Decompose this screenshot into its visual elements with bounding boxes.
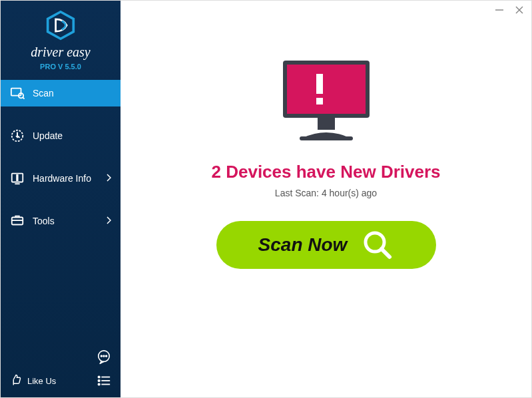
svg-point-16: [101, 355, 102, 357]
sidebar-item-update[interactable]: Update: [1, 122, 121, 149]
sidebar-item-label: Scan: [33, 88, 54, 99]
hardware-icon: i: [10, 171, 25, 186]
sidebar-item-label: Hardware Info: [33, 173, 91, 184]
chat-icon: [97, 349, 111, 364]
monitor-alert-icon: [276, 57, 376, 143]
svg-rect-27: [316, 74, 323, 94]
svg-text:i: i: [17, 174, 19, 182]
status-headline: 2 Devices have New Drivers: [212, 162, 441, 182]
tools-icon: [10, 214, 25, 228]
feedback-button[interactable]: [97, 349, 111, 364]
svg-rect-29: [318, 118, 335, 130]
status-substatus: Last Scan: 4 hour(s) ago: [275, 188, 377, 198]
menu-list-icon: [97, 373, 111, 388]
status-illustration: [276, 57, 376, 146]
logo-area: driver easy PRO V 5.5.0: [1, 1, 121, 76]
svg-marker-3: [48, 12, 74, 39]
scan-icon: [10, 86, 25, 100]
logo-icon: [45, 10, 76, 41]
menu-button[interactable]: [97, 373, 111, 388]
update-icon: [10, 128, 25, 143]
svg-line-32: [382, 249, 390, 257]
svg-point-18: [106, 355, 107, 357]
main-panel: 2 Devices have New Drivers Last Scan: 4 …: [121, 1, 531, 397]
magnifier-icon: [362, 229, 394, 261]
svg-line-6: [23, 97, 24, 99]
scan-now-label: Scan Now: [258, 234, 348, 256]
scan-now-button[interactable]: Scan Now: [216, 221, 436, 269]
minimize-button[interactable]: [494, 5, 505, 15]
version-label: PRO V 5.5.0: [1, 63, 121, 71]
sidebar-item-tools[interactable]: Tools: [1, 208, 121, 234]
app-window: driver easy PRO V 5.5.0 Scan: [0, 0, 532, 398]
svg-rect-28: [316, 98, 323, 104]
sidebar-item-label: Update: [33, 130, 63, 141]
thumbs-up-icon: [10, 374, 22, 388]
svg-rect-30: [300, 136, 353, 140]
sidebar-item-scan[interactable]: Scan: [1, 80, 121, 106]
like-us-button[interactable]: Like Us: [10, 374, 56, 388]
svg-rect-4: [11, 89, 21, 96]
chevron-right-icon: [106, 216, 111, 226]
svg-point-21: [98, 380, 99, 381]
svg-rect-26: [287, 65, 366, 114]
brand-name: driver easy: [1, 45, 121, 60]
chevron-right-icon: [106, 174, 111, 184]
sidebar: driver easy PRO V 5.5.0 Scan: [1, 1, 121, 397]
svg-point-17: [103, 355, 105, 357]
sidebar-item-hardware-info[interactable]: i Hardware Info: [1, 165, 121, 192]
sidebar-nav: Scan Update i: [1, 80, 121, 250]
like-us-label: Like Us: [27, 376, 56, 386]
close-button[interactable]: [514, 5, 525, 15]
window-controls: [494, 5, 525, 15]
svg-point-19: [98, 376, 99, 377]
svg-point-23: [98, 383, 99, 385]
sidebar-bottom-icons: [97, 349, 111, 388]
sidebar-item-label: Tools: [33, 216, 55, 226]
